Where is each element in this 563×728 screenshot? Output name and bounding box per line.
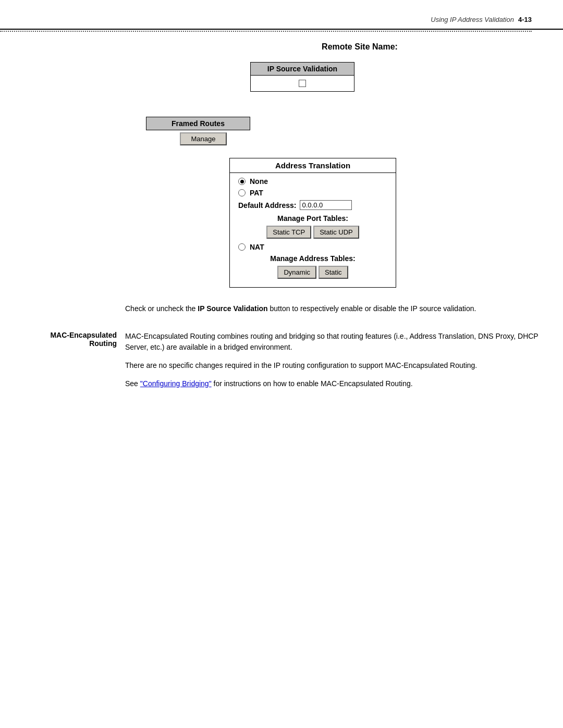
none-radio-button[interactable]	[238, 178, 246, 185]
framed-routes-header: Framed Routes	[146, 117, 250, 130]
nat-radio-label: NAT	[250, 243, 264, 251]
ip-source-box: IP Source Validation	[250, 62, 354, 92]
framed-routes-manage-button[interactable]: Manage	[180, 132, 227, 145]
static-button[interactable]: Static	[319, 266, 348, 279]
nat-radio-button[interactable]	[238, 243, 246, 251]
static-udp-button[interactable]: Static UDP	[313, 226, 359, 239]
address-translation-box: Address Translation None PAT Default A	[229, 158, 396, 288]
pat-radio-button[interactable]	[238, 189, 246, 196]
nat-radio-row[interactable]: NAT	[238, 243, 387, 251]
page-header: Using IP Address Validation 4-13	[0, 0, 563, 30]
ip-source-body	[251, 76, 354, 91]
manage-port-tables-label: Manage Port Tables:	[238, 214, 387, 223]
address-translation-body: None PAT Default Address: Manage Port Ta…	[230, 173, 396, 287]
pat-radio-label: PAT	[250, 189, 263, 197]
desc-prefix: Check or uncheck the	[125, 304, 198, 313]
header-label: Using IP Address Validation	[431, 16, 514, 23]
page-container: Using IP Address Validation 4-13 Remote …	[0, 0, 563, 728]
ip-source-header: IP Source Validation	[251, 63, 354, 76]
framed-routes-section: Framed Routes Manage	[146, 117, 250, 145]
default-address-input[interactable]	[300, 200, 352, 210]
mac-para3-suffix: for instructions on how to enable MAC-En…	[212, 379, 413, 388]
left-col	[21, 42, 125, 320]
header-page-num: 4-13	[518, 16, 532, 23]
default-address-row: Default Address:	[238, 200, 387, 210]
none-radio-label: None	[250, 177, 268, 186]
manage-address-tables-label: Manage Address Tables:	[238, 254, 387, 263]
pat-radio-row[interactable]: PAT	[238, 189, 387, 197]
port-tables-button-row: Static TCP Static UDP	[238, 226, 387, 239]
address-tables-button-row: Dynamic Static	[238, 266, 387, 279]
dynamic-button[interactable]: Dynamic	[277, 266, 316, 279]
configuring-bridging-link[interactable]: "Configuring Bridging"	[140, 379, 212, 388]
remote-site-title: Remote Site Name:	[177, 42, 542, 52]
ip-source-checkbox[interactable]	[299, 80, 306, 87]
static-tcp-button[interactable]: Static TCP	[266, 226, 311, 239]
desc-suffix: button to respectively enable or disable…	[268, 304, 476, 313]
right-col: Remote Site Name: IP Source Validation F…	[125, 42, 542, 320]
mac-section: MAC-Encapsulated Routing MAC-Encapsulate…	[0, 331, 563, 407]
main-layout: Remote Site Name: IP Source Validation F…	[0, 32, 563, 331]
address-translation-title: Address Translation	[230, 158, 396, 173]
mac-label-col: MAC-Encapsulated Routing	[21, 331, 125, 397]
mac-label-line1: MAC-Encapsulated	[21, 331, 117, 339]
none-radio-row[interactable]: None	[238, 177, 387, 186]
mac-para3: See "Configuring Bridging" for instructi…	[125, 378, 542, 389]
description-para: Check or uncheck the IP Source Validatio…	[125, 303, 542, 314]
desc-bold: IP Source Validation	[198, 304, 267, 313]
ip-source-wrapper: IP Source Validation	[125, 62, 542, 104]
mac-para2: There are no specific changes required i…	[125, 360, 542, 371]
mac-para1: MAC-Encapsulated Routing combines routin…	[125, 331, 542, 353]
default-address-label: Default Address:	[238, 201, 297, 209]
mac-content-col: MAC-Encapsulated Routing combines routin…	[125, 331, 542, 397]
mac-para3-prefix: See	[125, 379, 140, 388]
mac-label-line2: Routing	[21, 339, 117, 348]
